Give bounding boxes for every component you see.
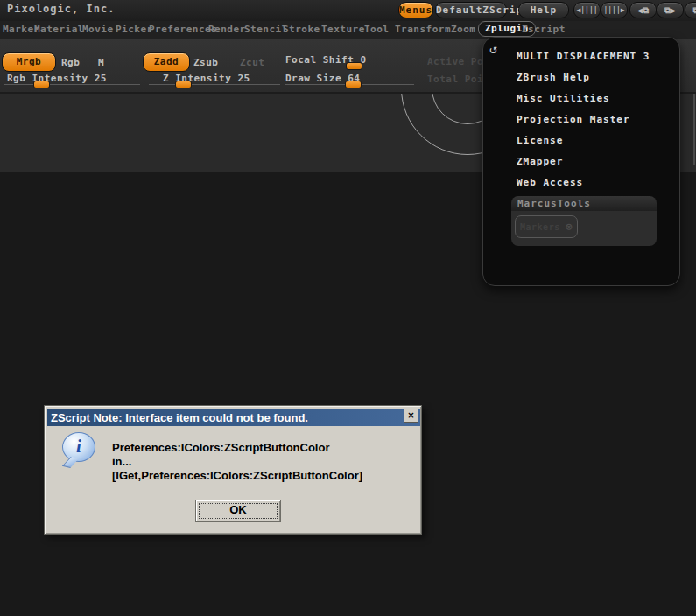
ok-button[interactable]: OK	[195, 500, 281, 522]
rgb-intensity-slider-handle[interactable]	[33, 80, 50, 88]
zcut-button[interactable]: Zcut	[240, 57, 265, 68]
zscript-note-dialog: ZScript Note: Interface item could not b…	[44, 405, 422, 535]
menu-item-zmapper[interactable]: ZMapper	[483, 151, 679, 172]
menu-texture[interactable]: Texture	[321, 24, 365, 35]
menu-stencil[interactable]: Stencil	[244, 24, 288, 35]
zbrush-window: Pixologic, Inc. Menus DefaultZScript Hel…	[0, 0, 696, 616]
mrgb-button[interactable]: Mrgb	[2, 52, 56, 72]
menu-transform[interactable]: Transform	[395, 24, 451, 35]
scroll-left-icon[interactable]: ◀||||	[573, 2, 601, 18]
dialog-message: Preferences:IColors:ZScriptButtonColor i…	[112, 441, 362, 483]
zadd-button[interactable]: Zadd	[143, 52, 190, 72]
draw-size-slider-handle[interactable]	[345, 80, 362, 88]
marcustools-section-body: Markers ⊗	[511, 211, 657, 246]
menu-tool[interactable]: Tool	[364, 24, 390, 35]
z-intensity-slider-track[interactable]	[149, 84, 280, 85]
menu-movie[interactable]: Movie	[82, 24, 114, 35]
menu-item-license[interactable]: License	[483, 130, 679, 151]
dialog-titlebar[interactable]: ZScript Note: Interface item could not b…	[47, 409, 420, 426]
marcustools-section: MarcusTools Markers ⊗	[511, 196, 657, 246]
total-points-label: Total Poin	[427, 74, 489, 85]
dialog-message-line3: [IGet,Preferences:IColors:ZScriptButtonC…	[112, 469, 362, 483]
menu-material[interactable]: Material	[34, 24, 84, 35]
menu-item-misc-utilities[interactable]: Misc Utilities	[483, 88, 679, 109]
menu-item-projection-master[interactable]: Projection Master	[483, 109, 679, 130]
menu-zscript[interactable]: Zscript	[522, 24, 566, 35]
menu-render[interactable]: Render	[208, 24, 246, 35]
default-zscript-button[interactable]: DefaultZScript	[435, 2, 507, 18]
info-icon: i	[62, 432, 95, 462]
zplugin-dropdown-menu: ↺ MULTI DISPLACEMENT 3 ZBrush Help Misc …	[482, 37, 680, 286]
help-button[interactable]: Help	[518, 2, 569, 18]
document-edge	[693, 92, 695, 165]
menu-preferences[interactable]: Preferences	[149, 24, 217, 35]
z-intensity-slider-handle[interactable]	[175, 80, 192, 88]
next-document-icon[interactable]: ⧉▶	[657, 2, 684, 18]
menu-item-zbrush-help[interactable]: ZBrush Help	[483, 67, 679, 88]
dialog-message-line2: in...	[112, 455, 362, 469]
menus-button[interactable]: Menus	[398, 2, 433, 18]
close-icon[interactable]: ×	[404, 409, 418, 423]
rgb-button[interactable]: Rgb	[61, 57, 80, 68]
rgb-intensity-slider-track[interactable]	[4, 84, 140, 85]
titlebar: Pixologic, Inc. Menus DefaultZScript Hel…	[0, 0, 696, 21]
zsub-button[interactable]: Zsub	[193, 57, 219, 68]
menu-zoom[interactable]: Zoom	[451, 24, 476, 35]
prev-document-icon[interactable]: ◀⧉	[629, 2, 657, 18]
scroll-right-icon[interactable]: ||||▶	[601, 2, 628, 18]
menu-stroke[interactable]: Stroke	[283, 24, 320, 35]
marcustools-section-header[interactable]: MarcusTools	[511, 196, 657, 211]
partial-document-icon[interactable]: ⧉	[685, 2, 696, 18]
reload-icon[interactable]: ↺	[489, 41, 497, 57]
focal-shift-slider-handle[interactable]	[346, 62, 362, 70]
dialog-message-line1: Preferences:IColors:ZScriptButtonColor	[112, 441, 362, 455]
m-button[interactable]: M	[98, 57, 104, 68]
markers-button-disabled[interactable]: Markers ⊗	[515, 215, 578, 238]
app-title: Pixologic, Inc.	[7, 3, 115, 15]
circle-x-icon: ⊗	[566, 220, 573, 233]
dialog-title: ZScript Note: Interface item could not b…	[47, 411, 308, 424]
menu-item-multi-displacement[interactable]: MULTI DISPLACEMENT 3	[483, 46, 679, 67]
menu-picker[interactable]: Picker	[116, 24, 153, 35]
rgb-intensity-slider-label: Rgb Intensity 25	[7, 73, 107, 84]
menu-item-web-access[interactable]: Web Access	[483, 172, 679, 193]
